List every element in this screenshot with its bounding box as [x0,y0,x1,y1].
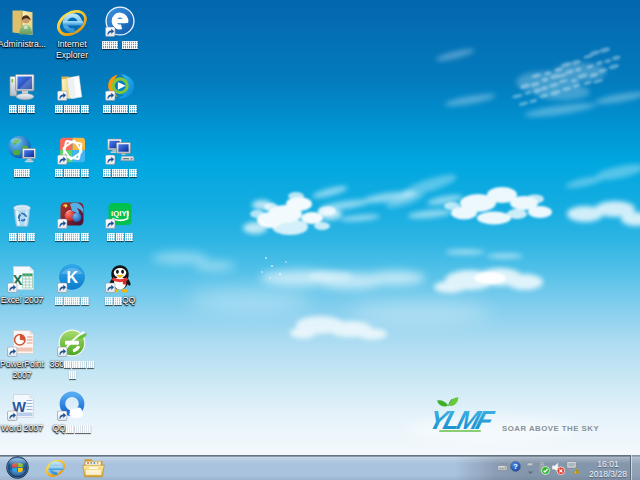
svg-text:K: K [66,269,78,286]
svg-text:iQIYI: iQIYI [111,209,129,218]
svg-text:?: ? [513,462,518,471]
svg-text:SOAR ABOVE THE SKY: SOAR ABOVE THE SKY [502,424,599,433]
